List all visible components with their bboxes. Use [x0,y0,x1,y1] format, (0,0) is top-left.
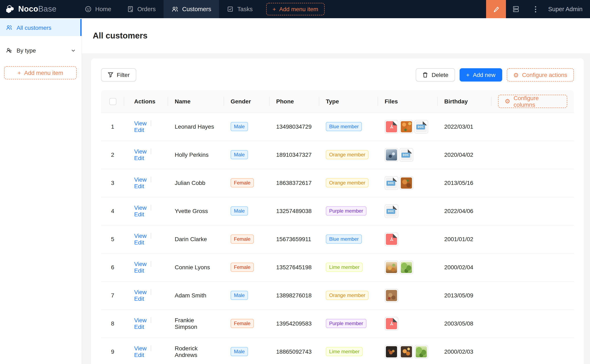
table-header-row: Actions Name Gender Phone Type Files Bir… [101,90,574,112]
filter-button[interactable]: Filter [101,68,136,81]
edit-link[interactable]: Edit [134,267,144,274]
gender-badge: Male [231,206,248,215]
nocobase-logo-icon [5,4,15,14]
photo-thumbnail[interactable] [385,148,398,162]
table-body: 1 ViewEdit Leonard Hayes Male 1349803472… [101,112,574,364]
column-header-gender: Gender [224,90,270,112]
customer-name: Yvette Gross [175,208,208,214]
customers-icon [171,6,179,13]
view-link[interactable]: View [134,345,146,351]
add-new-label: Add new [473,72,495,78]
pdf-file-icon[interactable] [385,317,398,330]
edit-link[interactable]: Edit [134,324,144,330]
doc-label: DOC [387,181,395,186]
edit-link[interactable]: Edit [134,239,144,246]
sidebar-add-menu-item-button[interactable]: + Add menu item [4,66,77,79]
phone-number: 13527645198 [276,264,312,271]
view-link[interactable]: View [134,204,146,211]
view-link[interactable]: View [134,317,146,324]
view-link[interactable]: View [134,260,146,267]
member-type-badge: Blue member [326,122,362,131]
nav-add-menu-item-button[interactable]: + Add menu item [266,3,325,15]
plus-icon: + [18,70,21,76]
pdf-file-icon[interactable] [385,120,398,133]
doc-file-icon[interactable]: DOC [399,148,413,162]
nav-item-tasks[interactable]: Tasks [219,0,260,18]
active-indicator [80,19,82,36]
view-link[interactable]: View [134,120,146,127]
ui-editor-button[interactable] [486,0,506,18]
configure-actions-button[interactable]: ⚙ Configure actions [507,68,574,81]
delete-label: Delete [432,72,448,78]
edit-link[interactable]: Edit [134,183,144,189]
plus-icon: + [272,6,276,13]
photo-thumbnail[interactable] [399,120,413,133]
link-divider [151,233,151,239]
photo-thumbnail[interactable] [385,288,398,302]
photo-thumbnail[interactable] [399,176,413,190]
doc-file-icon[interactable]: DOC [385,176,398,190]
edit-link[interactable]: Edit [134,295,144,302]
current-user[interactable]: Super Admin [546,6,590,13]
doc-file-icon[interactable]: DOC [385,204,398,218]
edit-link[interactable]: Edit [134,351,144,358]
filter-icon [108,72,113,78]
edit-link[interactable]: Edit [134,211,144,218]
nav-item-label: Home [95,6,111,13]
sidebar-item-by-type[interactable]: By type [0,42,82,59]
edit-link[interactable]: Edit [134,127,144,133]
link-divider [151,261,151,267]
view-link[interactable]: View [134,176,146,183]
pdf-glyph [388,123,395,130]
sidebar-item-all-customers[interactable]: All customers [0,19,82,36]
select-all-header [101,90,124,112]
edit-link[interactable]: Edit [134,155,144,161]
birthday-value: 2020/04/02 [444,151,473,158]
nav-item-customers[interactable]: Customers [164,0,219,18]
row-index: 4 [111,208,114,214]
link-divider [151,177,151,182]
birthday-value: 2013/05/09 [444,292,473,299]
files-cell: DOC [385,120,431,133]
photo-thumbnail[interactable] [414,345,428,358]
smile-icon [85,6,92,13]
doc-file-icon[interactable]: DOC [414,120,428,133]
nocobase-logo[interactable]: NocoBase [0,4,77,14]
view-link[interactable]: View [134,148,146,155]
photo-thumbnail[interactable] [385,260,398,274]
birthday-value: 2001/01/02 [444,236,473,242]
files-cell [385,232,431,246]
content-area: Filter Delete + Add new [82,53,590,364]
gear-icon: ⚙ [513,72,519,78]
photo-thumbnail[interactable] [385,345,398,358]
files-cell [385,345,431,358]
link-divider [151,317,151,323]
gender-badge: Female [231,178,254,187]
delete-button[interactable]: Delete [416,68,455,81]
photo-broccoli [416,346,427,357]
orders-icon [127,6,133,13]
column-header-type: Type [319,90,378,112]
link-divider [151,345,151,351]
nav-item-home[interactable]: Home [77,0,119,18]
files-cell: DOC [385,176,431,190]
select-all-checkbox[interactable] [109,98,116,105]
add-new-button[interactable]: + Add new [460,68,502,81]
files-cell: DOC [385,204,431,218]
page-header: All customers [82,18,590,53]
table-row: 1 ViewEdit Leonard Hayes Male 1349803472… [101,112,574,141]
view-link[interactable]: View [134,289,146,295]
row-index: 7 [111,292,114,299]
photo-thumbnail[interactable] [399,345,413,358]
more-options-button[interactable] [526,0,546,18]
phone-number: 18910347327 [276,151,312,158]
row-index: 2 [111,151,114,158]
sidebar-item-label: All customers [17,24,51,31]
plugin-settings-button[interactable] [506,0,526,18]
photo-thumbnail[interactable] [399,260,413,274]
configure-columns-button[interactable]: ⚙ Configure columns [498,95,567,108]
pdf-file-icon[interactable] [385,232,398,246]
row-index: 1 [111,123,114,130]
nav-item-orders[interactable]: Orders [119,0,164,18]
view-link[interactable]: View [134,233,146,239]
